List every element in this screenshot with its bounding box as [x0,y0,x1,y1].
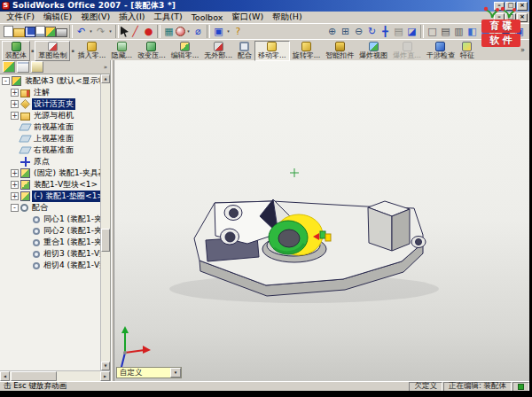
tree-item-right-plane[interactable]: 右视基准面 [0,144,100,156]
tree-item-component-fixture-base[interactable]: + (固定) 装配1-夹具基座<1 [0,167,100,179]
cmd-exploded-view[interactable]: 爆炸视图 [356,41,390,61]
tree-item-top-plane[interactable]: 上视基准面 [0,133,100,144]
toolbar-spacer[interactable] [245,25,325,38]
make-drawing-icon[interactable] [35,26,45,37]
cmd-smart-fasteners[interactable]: 智能扣件 [323,41,356,61]
new-document-icon[interactable] [4,26,13,37]
cmd-explode-line[interactable]: 爆炸直... [390,41,424,61]
scroll-down-icon[interactable]: ▼ [101,362,110,370]
menu-help[interactable]: 帮助(H) [268,12,307,23]
close-button[interactable]: × [517,2,528,11]
tree-horizontal-scrollbar[interactable]: ◀ ▶ [0,370,110,381]
configurationmanager-tab[interactable] [31,61,43,73]
cmd-sketch[interactable]: 草图绘制 [35,41,70,61]
hidden-lines-removed-icon[interactable]: ▥ [452,25,466,38]
title-bar[interactable]: S SolidWorks Office 2007 - [装配体3 *] – □ … [0,0,529,12]
undo-dropdown-icon[interactable]: ▾ [88,25,94,38]
toolbar-divider[interactable] [157,25,160,38]
menu-view[interactable]: 视图(V) [76,12,114,23]
tree-item-design-binder[interactable]: + 设计活页夹 [0,98,100,110]
expand-toggle[interactable]: + [11,100,19,108]
zoom-area-icon[interactable]: ⊞ [339,25,352,38]
open-icon[interactable] [13,28,25,37]
tree-item-mate-concentric-2[interactable]: 同心2 (装配1-夹具基座 [0,225,100,237]
select-icon[interactable] [121,27,129,37]
minimize-button[interactable]: – [494,2,505,11]
zoom-in-out-icon[interactable]: ⊖ [352,25,365,38]
cmd-move-component[interactable]: 移动零... [254,41,290,61]
wireframe-icon[interactable]: □ [426,25,439,38]
tree-item-mate-tangent-3[interactable]: 相切3 (装配1-V型块<1 [0,248,100,260]
menu-toolbox[interactable]: Toolbox [187,12,228,22]
redo-dropdown-icon[interactable]: ▾ [107,25,113,38]
cmd-features[interactable]: 特征 [458,41,477,61]
expand-toggle[interactable]: + [11,112,19,120]
cmd-insert-component[interactable]: 插入零... [75,41,109,61]
viewport-layout-icon[interactable]: ▣ [212,25,225,38]
tree-item-mate-coincident-1[interactable]: 重合1 (装配1-夹具基座 [0,237,100,248]
realview-icon[interactable]: ▣ [512,25,526,38]
save-icon[interactable] [25,27,35,37]
tree-item-front-plane[interactable]: 前视基准面 [0,121,100,133]
shaded-with-edges-icon[interactable]: ◧ [466,25,479,38]
menu-tools[interactable]: 工具(T) [149,12,186,23]
scroll-right-icon[interactable]: ▶ [100,371,110,381]
toolbar-divider[interactable] [115,25,119,38]
scroll-left-icon[interactable]: ◀ [0,371,10,381]
help-icon[interactable]: ? [231,25,245,38]
expand-toggle[interactable]: + [11,169,19,177]
viewport-dropdown-icon[interactable]: ▾ [225,25,231,38]
cmd-edit-part[interactable]: 编辑零... [168,41,202,61]
propertymanager-tab[interactable] [17,61,29,73]
tree-item-mate-tangent-4[interactable]: 相切4 (装配1-V型块<1 [0,260,100,271]
assembly-model[interactable] [114,60,529,381]
rotate-view-icon[interactable]: ↻ [365,25,379,38]
print-icon[interactable] [56,28,67,37]
toolbar-divider[interactable] [207,25,210,38]
shadows-in-shaded-icon[interactable]: ■ [499,25,512,38]
toolbar-divider[interactable] [494,25,497,38]
cmd-mate[interactable]: 配合 [235,41,254,61]
cmd-no-external-refs[interactable]: 无外部... [201,41,235,61]
cmd-assembly[interactable]: 装配体 [2,41,30,61]
zoom-fit-icon[interactable]: ⊕ [325,25,339,38]
cmd-hide-show[interactable]: 隐藏... [108,41,135,61]
cmd-rotate-component[interactable]: 旋转零... [290,41,324,61]
section-view-icon[interactable]: ◪ [405,25,419,38]
panel-chevron-icon[interactable]: » [104,64,107,71]
smart-dimension-icon[interactable]: ⌀ [192,25,205,38]
quick-tips-icon[interactable] [518,384,524,390]
expand-toggle[interactable]: + [11,192,19,200]
scroll-up-icon[interactable]: ▲ [101,74,110,83]
tree-item-assembly-root[interactable]: - 装配体3 (默认<显示状态-1>) [0,75,100,87]
standard-views-icon[interactable]: ▤ [392,25,405,38]
menu-insert[interactable]: 插入(I) [114,12,149,23]
graphics-area[interactable]: 自定义 ▾ [114,60,529,381]
make-assembly-icon[interactable] [45,27,56,37]
shaded-icon[interactable]: ■ [479,25,492,38]
tree-item-component-v-block[interactable]: + 装配1-V型块<1> [0,179,100,191]
menu-edit[interactable]: 编辑(E) [39,12,76,23]
orientation-dropdown-icon[interactable]: ▾ [170,368,181,378]
rebuild-icon[interactable]: ● [142,25,155,38]
menu-window[interactable]: 窗口(W) [227,12,268,23]
redo-icon[interactable]: ↷ [94,25,107,38]
tree-item-annotations[interactable]: + 注解 [0,87,100,98]
horizontal-scroll-thumb[interactable] [11,371,57,381]
tree-item-component-washer[interactable]: + (-) 装配1-垫圈<1> [0,191,100,202]
tree-item-origin[interactable]: 原点 [0,156,100,167]
toolbar-divider[interactable] [69,25,73,38]
hidden-lines-visible-icon[interactable]: ▤ [439,25,452,38]
appearance-dropdown-icon[interactable]: ▾ [185,25,192,38]
mdi-minimize-button[interactable]: – [494,13,505,22]
undo-icon[interactable]: ↶ [74,25,88,38]
appearance-icon[interactable] [176,27,185,36]
tree-item-mate-concentric-1[interactable]: 同心1 (装配1-夹具基座 [0,214,100,225]
design-table-icon[interactable]: ▦ [162,25,176,38]
featuremanager-tree-tab[interactable] [3,61,15,73]
toolbar-divider[interactable] [420,25,424,38]
view-orientation-box[interactable]: 自定义 ▾ [116,367,182,378]
mdi-close-button[interactable]: × [517,13,528,22]
toolbar-overflow-chevron[interactable]: » [520,46,528,54]
expand-toggle[interactable]: + [11,89,19,97]
